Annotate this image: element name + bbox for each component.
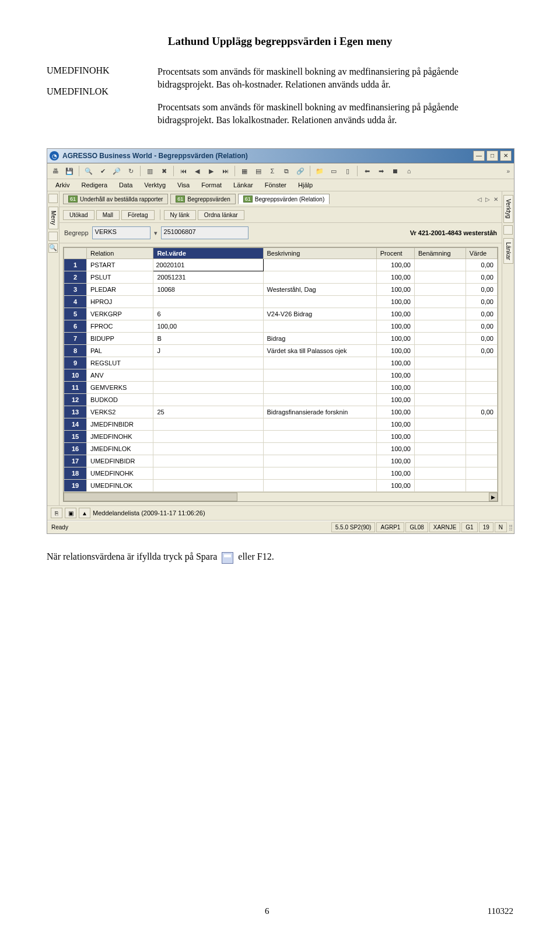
menu-hjalp[interactable]: Hjälp: [292, 179, 318, 191]
cell-beskrivning[interactable]: [263, 431, 376, 443]
cell-varde[interactable]: 0,00: [466, 320, 497, 333]
relvarde-input[interactable]: [153, 260, 262, 270]
cell-beskrivning[interactable]: [263, 357, 376, 369]
cell-procent[interactable]: 100,00: [376, 320, 414, 333]
side-tab-verktyg[interactable]: Verktyg: [503, 195, 513, 222]
cell-procent[interactable]: 100,00: [376, 455, 414, 467]
cell-procent[interactable]: 100,00: [376, 284, 414, 296]
side-icon-r1[interactable]: [503, 225, 513, 235]
col-header[interactable]: Beskrivning: [263, 248, 376, 259]
maximize-button[interactable]: □: [487, 151, 498, 161]
table-row[interactable]: 9REGSLUT100,00: [64, 357, 498, 369]
table-row[interactable]: 6FPROC100,00100,000,00: [64, 320, 498, 333]
cell-relation[interactable]: UMEDFINLOK: [87, 480, 153, 492]
cell-relvarde[interactable]: [153, 480, 263, 492]
scrollbar-thumb[interactable]: [64, 493, 237, 501]
cell-relvarde[interactable]: [153, 369, 263, 382]
col-header[interactable]: Procent: [376, 248, 414, 259]
cell-varde[interactable]: 0,00: [466, 406, 497, 418]
side-tab-meny[interactable]: Meny: [48, 207, 58, 229]
cell-relvarde[interactable]: [153, 382, 263, 394]
menu-format[interactable]: Format: [195, 179, 228, 191]
print-icon[interactable]: 🖶: [49, 165, 62, 177]
cell-beskrivning[interactable]: [263, 259, 376, 271]
cell-relation[interactable]: ANV: [87, 369, 153, 382]
table-row[interactable]: 3PLEDAR10068Westerståhl, Dag100,000,00: [64, 284, 498, 296]
cell-beskrivning[interactable]: [263, 320, 376, 333]
side-button-icon[interactable]: [48, 232, 58, 241]
cell-relvarde[interactable]: [153, 455, 263, 467]
side-search-icon[interactable]: 🔍: [48, 243, 58, 253]
cell-beskrivning[interactable]: [263, 480, 376, 492]
binoculars-icon[interactable]: 🔍: [82, 165, 95, 177]
cell-beskrivning[interactable]: [263, 455, 376, 467]
menu-lankar[interactable]: Länkar: [228, 179, 259, 191]
cell-procent[interactable]: 100,00: [376, 382, 414, 394]
cell-varde[interactable]: 0,00: [466, 271, 497, 284]
col-header[interactable]: Benämning: [414, 248, 466, 259]
cell-relvarde[interactable]: B: [153, 333, 263, 345]
cell-relvarde[interactable]: [153, 418, 263, 431]
table-row[interactable]: 8PALJVärdet ska till Palassos ojek100,00…: [64, 345, 498, 357]
cell-relation[interactable]: UMEDFINBIDR: [87, 455, 153, 467]
cell-beskrivning[interactable]: [263, 443, 376, 455]
cell-procent[interactable]: 100,00: [376, 333, 414, 345]
cell-procent[interactable]: 100,00: [376, 431, 414, 443]
table-row[interactable]: 18UMEDFINOHK100,00: [64, 467, 498, 480]
cell-relation[interactable]: REGSLUT: [87, 357, 153, 369]
table-row[interactable]: 16JMEDFINLOK100,00: [64, 443, 498, 455]
cell-relvarde[interactable]: [153, 259, 263, 271]
cell-benamning[interactable]: [414, 455, 466, 467]
side-toggle-icon[interactable]: [48, 194, 58, 203]
cell-benamning[interactable]: [414, 382, 466, 394]
cell-relation[interactable]: GEMVERKS: [87, 382, 153, 394]
menu-verktyg[interactable]: Verktyg: [138, 179, 172, 191]
cell-relation[interactable]: PSTART: [87, 259, 153, 271]
tree-icon[interactable]: ▥: [144, 165, 156, 177]
table-row[interactable]: 5VERKGRP6V24-V26 Bidrag100,000,00: [64, 308, 498, 320]
msg-expand-icon[interactable]: ⎘: [51, 508, 62, 518]
table-row[interactable]: 15JMEDFINOHK100,00: [64, 431, 498, 443]
cell-procent[interactable]: 100,00: [376, 467, 414, 480]
cell-varde[interactable]: [466, 431, 497, 443]
tab-begreppsvarden-relation[interactable]: 61Begreppsvärden (Relation): [238, 194, 330, 204]
cell-benamning[interactable]: [414, 467, 466, 480]
copy-icon[interactable]: ⧉: [280, 165, 293, 177]
link-icon[interactable]: 🔗: [294, 165, 307, 177]
cell-benamning[interactable]: [414, 320, 466, 333]
cell-varde[interactable]: 0,00: [466, 284, 497, 296]
cell-benamning[interactable]: [414, 345, 466, 357]
cell-beskrivning[interactable]: [263, 382, 376, 394]
btn-ny-lank[interactable]: Ny länk: [164, 210, 196, 220]
first-icon[interactable]: ⏮: [177, 165, 190, 177]
table-row[interactable]: 1PSTART100,000,00: [64, 259, 498, 271]
col-header[interactable]: [64, 248, 87, 259]
cell-varde[interactable]: 0,00: [466, 333, 497, 345]
begrepp-id-field[interactable]: 251006807: [161, 226, 249, 239]
col-header[interactable]: Rel.värde: [153, 248, 263, 259]
table-row[interactable]: 14JMEDFINBIDR100,00: [64, 418, 498, 431]
cell-varde[interactable]: [466, 480, 497, 492]
cell-relvarde[interactable]: 10068: [153, 284, 263, 296]
msg-pin-icon[interactable]: ▣: [65, 508, 76, 518]
cell-benamning[interactable]: [414, 431, 466, 443]
cell-relvarde[interactable]: J: [153, 345, 263, 357]
table-row[interactable]: 19UMEDFINLOK100,00: [64, 480, 498, 492]
table-row[interactable]: 17UMEDFINBIDR100,00: [64, 455, 498, 467]
side-tab-lankar[interactable]: Länkar: [503, 238, 513, 264]
cell-benamning[interactable]: [414, 259, 466, 271]
last-icon[interactable]: ⏭: [219, 165, 232, 177]
cell-varde[interactable]: 0,00: [466, 259, 497, 271]
cell-varde[interactable]: [466, 455, 497, 467]
tab-begreppsvarden[interactable]: 61Begreppsvärden: [170, 194, 235, 204]
horizontal-scrollbar[interactable]: ▶: [64, 492, 498, 501]
cell-relvarde[interactable]: 6: [153, 308, 263, 320]
cell-benamning[interactable]: [414, 296, 466, 308]
back-icon[interactable]: ⬅: [360, 165, 373, 177]
cell-beskrivning[interactable]: [263, 418, 376, 431]
cell-beskrivning[interactable]: [263, 394, 376, 406]
resize-grip-icon[interactable]: ⣿: [509, 524, 513, 530]
table-row[interactable]: 7BIDUPPBBidrag100,000,00: [64, 333, 498, 345]
cell-procent[interactable]: 100,00: [376, 357, 414, 369]
cell-beskrivning[interactable]: [263, 467, 376, 480]
